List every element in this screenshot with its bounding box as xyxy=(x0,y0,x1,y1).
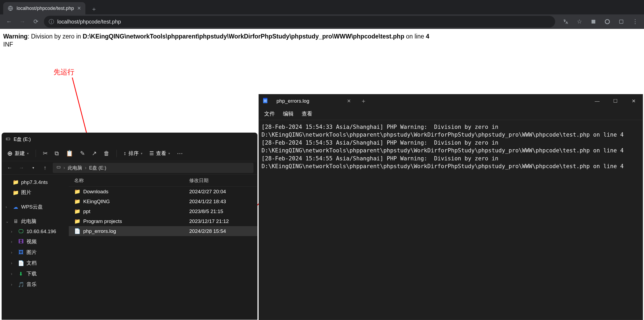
svg-point-2 xyxy=(605,20,609,24)
new-button[interactable]: ⊕新建 ▾ xyxy=(7,150,29,157)
notepad-titlebar[interactable]: php_errors.log ✕ ＋ — ☐ ✕ xyxy=(259,94,643,108)
file-name: ppt xyxy=(83,209,90,214)
file-icon: 📄 xyxy=(74,228,81,234)
page-body: Warning: Division by zero in D:\KEingQIN… xyxy=(0,29,644,52)
url-text: localhost/phpcode/test.php xyxy=(57,19,121,25)
folder-icon: 📁 xyxy=(74,188,81,195)
exp-up-button[interactable]: ↑ xyxy=(41,165,49,171)
sidebar-item-ip[interactable]: ›🖵10.60.64.196 xyxy=(4,227,67,236)
separator xyxy=(116,150,117,157)
svg-rect-8 xyxy=(57,166,60,168)
minimize-button[interactable]: — xyxy=(588,94,606,108)
translate-icon[interactable] xyxy=(560,17,571,27)
svg-point-7 xyxy=(7,139,7,139)
annotation-run-first: 先运行 xyxy=(54,67,74,77)
sidebar-item-wps[interactable]: ›☁WPS云盘 xyxy=(4,202,67,212)
col-name[interactable]: 名称 xyxy=(74,177,189,184)
tab-title: localhost/phpcode/test.php xyxy=(17,6,74,11)
share-icon[interactable]: ↗ xyxy=(92,150,97,157)
crumb-thispc[interactable]: 此电脑 xyxy=(68,165,82,171)
exp-recent-button[interactable]: ▾ xyxy=(29,166,37,170)
file-name: php_errors.log xyxy=(83,228,116,234)
file-date: 2023/8/5 21:15 xyxy=(189,209,223,214)
copy-icon[interactable]: ⧉ xyxy=(55,150,59,157)
file-name: KEingQING xyxy=(83,199,110,205)
explorer-body: 📁php7.3.4nts 📁图片 ›☁WPS云盘 ⌄🖥此电脑 ›🖵10.60.6… xyxy=(2,175,257,319)
file-date: 2023/12/17 21:12 xyxy=(189,218,229,224)
warning-line-num: 4 xyxy=(426,33,429,40)
file-row[interactable]: 📁ppt2023/8/5 21:15 xyxy=(69,206,257,216)
drive-icon xyxy=(6,136,10,142)
column-headers[interactable]: 名称 修改日期 xyxy=(69,175,257,187)
explorer-titlebar[interactable]: E盘 (E:) xyxy=(2,133,257,146)
window-buttons: — ☐ ✕ xyxy=(588,94,643,108)
bookmark-star-icon[interactable]: ☆ xyxy=(574,17,585,27)
cut-icon[interactable]: ✂ xyxy=(43,150,48,157)
notepad-tab-close-icon[interactable]: ✕ xyxy=(347,98,351,104)
col-date[interactable]: 修改日期 xyxy=(189,177,209,184)
notepad-content[interactable]: [28-Feb-2024 15:54:33 Asia/Shanghai] PHP… xyxy=(259,120,643,174)
back-button[interactable]: ← xyxy=(4,16,14,27)
breadcrumb[interactable]: › 此电脑 › E盘 (E:) xyxy=(53,163,253,173)
file-row[interactable]: 📁Downloads2024/2/27 20:04 xyxy=(69,187,257,196)
profile-circle-icon[interactable] xyxy=(602,17,612,27)
svg-rect-11 xyxy=(264,100,267,101)
new-tab-button[interactable]: ＋ xyxy=(89,4,99,14)
file-row[interactable]: 📁Program projects2023/12/17 21:12 xyxy=(69,216,257,226)
php-warning-line: Warning: Division by zero in D:\KEingQIN… xyxy=(3,33,641,41)
address-bar[interactable]: ⓘ localhost/phpcode/test.php xyxy=(44,16,555,28)
globe-icon xyxy=(7,5,13,11)
delete-icon[interactable]: 🗑 xyxy=(104,150,109,157)
menu-edit[interactable]: 编辑 xyxy=(283,110,294,117)
more-icon[interactable]: ⋯ xyxy=(177,150,183,157)
svg-rect-12 xyxy=(264,101,267,102)
notepad-new-tab[interactable]: ＋ xyxy=(356,97,371,105)
file-row[interactable]: 📄php_errors.log2024/2/28 15:54 xyxy=(69,226,257,236)
drive-icon xyxy=(56,165,61,171)
warning-label: Warning xyxy=(3,33,28,40)
sort-button[interactable]: ↕ 排序 ▾ xyxy=(124,150,142,157)
sidebar-item-downloads[interactable]: ›⬇下载 xyxy=(4,268,67,279)
extensions-puzzle-icon[interactable] xyxy=(616,17,626,27)
browser-tab[interactable]: localhost/phpcode/test.php ✕ xyxy=(3,2,85,14)
browser-chrome: localhost/phpcode/test.php ✕ ＋ ← → ⟳ ⓘ l… xyxy=(0,0,644,29)
paste-icon[interactable]: 📋 xyxy=(66,150,73,157)
sidebar-item-video[interactable]: ›🎞视频 xyxy=(4,236,67,247)
notepad-icon xyxy=(263,97,268,105)
notepad-menubar: 文件 编辑 查看 xyxy=(259,108,643,120)
tab-strip: localhost/phpcode/test.php ✕ ＋ xyxy=(0,0,644,14)
site-info-icon[interactable]: ⓘ xyxy=(49,18,54,25)
notepad-tab[interactable]: php_errors.log ✕ xyxy=(272,94,356,108)
svg-rect-1 xyxy=(592,20,595,24)
menu-file[interactable]: 文件 xyxy=(264,110,275,117)
file-date: 2024/2/28 15:54 xyxy=(189,228,226,234)
svg-rect-10 xyxy=(263,98,267,99)
rename-icon[interactable]: ✎ xyxy=(80,150,85,157)
folder-icon: 📁 xyxy=(74,198,81,205)
notepad-window: php_errors.log ✕ ＋ — ☐ ✕ 文件 编辑 查看 [28-Fe… xyxy=(259,94,643,320)
exp-back-button[interactable]: ← xyxy=(6,165,14,171)
file-row[interactable]: 📁KEingQING2024/1/22 18:43 xyxy=(69,196,257,206)
view-button[interactable]: ☰ 查看 ▾ xyxy=(149,150,170,157)
sidebar-item-music[interactable]: ›🎵音乐 xyxy=(4,279,67,290)
sidebar-item-pictures[interactable]: 📁图片 xyxy=(4,187,67,198)
tab-close-icon[interactable]: ✕ xyxy=(77,5,81,11)
browser-toolbar: ← → ⟳ ⓘ localhost/phpcode/test.php ☆ ⋮ xyxy=(0,14,644,29)
sidebar-item-thispc[interactable]: ⌄🖥此电脑 xyxy=(4,216,67,227)
menu-dots-icon[interactable]: ⋮ xyxy=(630,17,640,27)
file-explorer-window: E盘 (E:) ⊕新建 ▾ ✂ ⧉ 📋 ✎ ↗ 🗑 ↕ 排序 ▾ ☰ 查看 ▾ … xyxy=(2,133,257,320)
crumb-drive[interactable]: E盘 (E:) xyxy=(89,165,106,171)
extension-square-icon[interactable] xyxy=(588,17,598,27)
warning-msg-2: on line xyxy=(404,33,426,40)
toolbar-right: ☆ ⋮ xyxy=(560,17,640,27)
close-window-button[interactable]: ✕ xyxy=(624,94,643,108)
maximize-button[interactable]: ☐ xyxy=(606,94,624,108)
reload-button[interactable]: ⟳ xyxy=(31,16,41,27)
file-rows: 📁Downloads2024/2/27 20:04📁KEingQING2024/… xyxy=(69,187,257,236)
menu-view[interactable]: 查看 xyxy=(302,110,312,117)
forward-button[interactable]: → xyxy=(17,16,28,27)
sidebar-item-pictures2[interactable]: ›🖼图片 xyxy=(4,247,67,258)
exp-forward-button[interactable]: → xyxy=(17,165,25,171)
sidebar-item-php[interactable]: 📁php7.3.4nts xyxy=(4,177,67,187)
sidebar-item-docs[interactable]: ›📄文档 xyxy=(4,258,67,268)
